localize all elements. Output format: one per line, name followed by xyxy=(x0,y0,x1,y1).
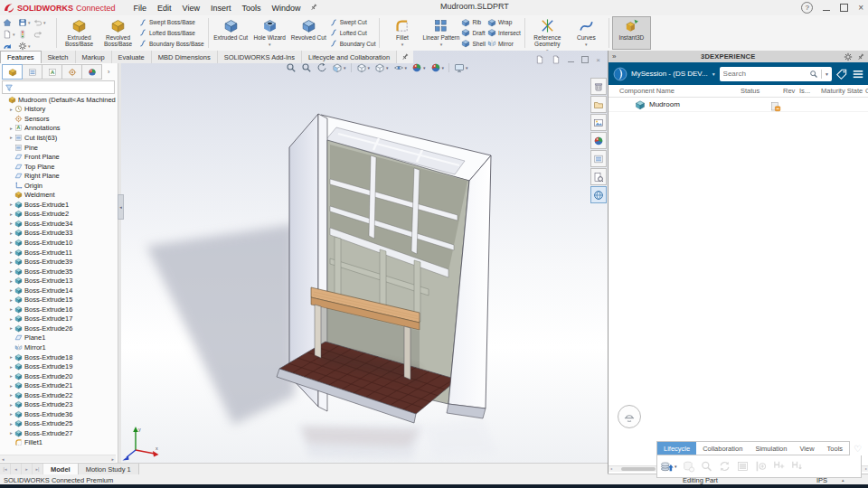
appearances-button[interactable] xyxy=(590,132,607,149)
panel-settings-icon[interactable] xyxy=(844,52,853,61)
panel-menu-icon[interactable] xyxy=(852,68,864,80)
reference-geometry-button[interactable]: Reference Geometry▾ xyxy=(528,16,567,50)
model-tab-model[interactable]: Model xyxy=(43,464,79,474)
home-button[interactable] xyxy=(3,17,18,28)
tree-item-boss-extrude35[interactable]: ▸Boss-Extrude35 xyxy=(0,267,116,277)
sync-button[interactable] xyxy=(718,460,731,473)
expand-arrow-icon[interactable]: ▸ xyxy=(8,316,14,322)
revolved-boss-base-button[interactable]: Revolved Boss/Base xyxy=(99,16,137,50)
3dexperience-button[interactable] xyxy=(590,186,607,203)
tab-sketch[interactable]: Sketch xyxy=(42,51,76,63)
swept-boss-base-button[interactable]: Swept Boss/Base xyxy=(138,17,204,27)
propertymanager-tab[interactable] xyxy=(23,64,42,80)
tab-nav-3[interactable]: ▸| xyxy=(33,464,43,474)
tree-item-weldment[interactable]: Weldment xyxy=(0,190,116,200)
mirror-button[interactable]: Mirror xyxy=(487,39,521,49)
tree-item-boss-extrude22[interactable]: ▸Boss-Extrude22 xyxy=(0,390,116,400)
model-tab-motion-study-1[interactable]: Motion Study 1 xyxy=(79,464,139,474)
new-document-button[interactable]: ▾ xyxy=(3,29,18,40)
displaymanager-tab[interactable] xyxy=(82,64,102,80)
view-orientation-button[interactable]: ▾ xyxy=(356,62,371,73)
section-view-button[interactable]: ▾ xyxy=(332,62,346,73)
tree-item-pine[interactable]: Pine xyxy=(0,143,116,153)
tree-item-boss-extrude26[interactable]: ▸Boss-Extrude26 xyxy=(0,324,116,333)
actionbar-tab-simulation[interactable]: Simulation xyxy=(749,442,793,455)
panel-tab-overflow-icon[interactable]: › xyxy=(108,69,109,75)
tree-filter-input[interactable] xyxy=(14,82,112,93)
extruded-boss-base-button[interactable]: Extruded Boss/Base xyxy=(60,16,99,50)
tree-item-boss-extrude13[interactable]: ▸Boss-Extrude13 xyxy=(0,276,116,286)
new-window-icon[interactable] xyxy=(535,55,544,64)
expand-arrow-icon[interactable]: ▸ xyxy=(8,239,14,245)
tab-mbd-dimensions[interactable]: MBD Dimensions xyxy=(152,51,218,63)
tree-item-boss-extrude23[interactable]: ▸Boss-Extrude23 xyxy=(0,400,116,410)
previous-view-button[interactable] xyxy=(316,62,327,73)
tree-item-cut-list-63[interactable]: ▸Cut list(63) xyxy=(0,133,116,143)
tab-lifecycle-and-collaboration[interactable]: Lifecycle and Collaboration xyxy=(302,51,397,63)
file-explorer-button[interactable] xyxy=(590,96,607,113)
menu-insert[interactable]: Insert xyxy=(211,4,231,13)
checklist-button[interactable] xyxy=(736,460,750,473)
doc-minimize-button[interactable] xyxy=(568,61,574,62)
preview-button[interactable] xyxy=(590,168,607,185)
expand-arrow-icon[interactable]: ▸ xyxy=(8,430,14,436)
expand-arrow-icon[interactable]: ▸ xyxy=(8,259,14,265)
menu-tools[interactable]: Tools xyxy=(241,4,260,13)
extruded-cut-button[interactable]: Extruded Cut xyxy=(212,16,250,50)
tab-solidworks-add-ins[interactable]: SOLIDWORKS Add-Ins xyxy=(218,51,302,63)
search-icon[interactable] xyxy=(809,70,818,79)
panel-collapse-handle[interactable]: ◂ xyxy=(118,194,124,220)
menu-view[interactable]: View xyxy=(183,4,200,13)
wrap-button[interactable]: Wrap xyxy=(487,17,521,27)
revolved-cut-button[interactable]: Revolved Cut xyxy=(289,16,328,50)
tree-item-boss-extrude1[interactable]: ▸Boss-Extrude1 xyxy=(0,200,116,210)
tree-item-boss-extrude36[interactable]: ▸Boss-Extrude36 xyxy=(0,409,116,419)
graphics-viewport[interactable]: y x ▾▾▾▾▾▾▾ × xyxy=(121,51,608,463)
tree-item-boss-extrude11[interactable]: ▸Boss-Extrude11 xyxy=(0,248,116,258)
menu-file[interactable]: File xyxy=(134,4,147,13)
actionbar-tab-collaboration[interactable]: Collaboration xyxy=(696,442,749,455)
tree-item-boss-extrude17[interactable]: ▸Boss-Extrude17 xyxy=(0,314,116,324)
search-input[interactable] xyxy=(720,70,809,78)
tree-item-boss-extrude2[interactable]: ▸Boss-Extrude2 xyxy=(0,210,116,220)
tree-item-boss-extrude18[interactable]: ▸Boss-Extrude18 xyxy=(0,352,116,362)
tab-nav-0[interactable]: |◂ xyxy=(0,464,11,474)
curves-button[interactable]: Curves▾ xyxy=(567,16,606,50)
search-chevron-icon[interactable]: ▼ xyxy=(825,71,829,77)
tab-markup[interactable]: Markup xyxy=(76,51,112,63)
expand-arrow-icon[interactable]: ▸ xyxy=(8,230,14,236)
intersect-button[interactable]: Intersect xyxy=(487,28,521,38)
lofted-boss-base-button[interactable]: Lofted Boss/Base xyxy=(138,28,204,38)
featuremanager-tab[interactable] xyxy=(2,64,23,80)
actionbar-tab-lifecycle[interactable]: Lifecycle xyxy=(657,442,696,455)
tree-item-boss-extrude14[interactable]: ▸Boss-Extrude14 xyxy=(0,286,116,296)
tree-item-boss-extrude21[interactable]: ▸Boss-Extrude21 xyxy=(0,380,116,390)
hole-wizard-button[interactable]: Hole Wizard▾ xyxy=(250,16,289,50)
edit-appearance-button[interactable]: ▾ xyxy=(411,62,426,73)
scrollbar-thumb[interactable] xyxy=(621,467,656,471)
tags-icon[interactable] xyxy=(835,68,848,80)
structure-add-button[interactable] xyxy=(772,460,786,473)
shell-button[interactable]: Shell xyxy=(461,39,485,49)
mudroom-3d-model[interactable]: y x xyxy=(121,51,608,463)
tree-item-boss-extrude27[interactable]: ▸Boss-Extrude27 xyxy=(0,428,116,438)
expand-arrow-icon[interactable]: ▸ xyxy=(8,364,14,370)
tree-horizontal-scrollbar[interactable]: ◂▸ xyxy=(0,455,116,462)
tree-item-plane1[interactable]: Plane1 xyxy=(0,333,116,343)
structure-replace-button[interactable] xyxy=(790,460,804,473)
custom-properties-button[interactable] xyxy=(590,150,607,167)
tab-nav-1[interactable]: ◂ xyxy=(11,464,22,474)
lofted-cut-button[interactable]: Lofted Cut xyxy=(329,28,376,38)
tab-features[interactable]: Features xyxy=(0,51,42,63)
expand-arrow-icon[interactable]: ▸ xyxy=(8,126,14,131)
minimize-button[interactable] xyxy=(823,10,830,11)
tab-preview-icon[interactable] xyxy=(552,55,561,64)
expand-arrow-icon[interactable]: ▸ xyxy=(8,202,14,207)
tree-item-boss-extrude16[interactable]: ▸Boss-Extrude16 xyxy=(0,305,116,314)
design-library-button[interactable] xyxy=(590,114,607,131)
session-chevron-icon[interactable]: ▼ xyxy=(712,71,716,77)
panel-scroll-left-icon[interactable]: ◂ xyxy=(610,466,612,471)
tree-item-boss-extrude15[interactable]: ▸Boss-Extrude15 xyxy=(0,295,116,305)
tree-item-right-plane[interactable]: Right Plane xyxy=(0,171,116,181)
hide-show-items-button[interactable]: ▾ xyxy=(393,62,408,73)
